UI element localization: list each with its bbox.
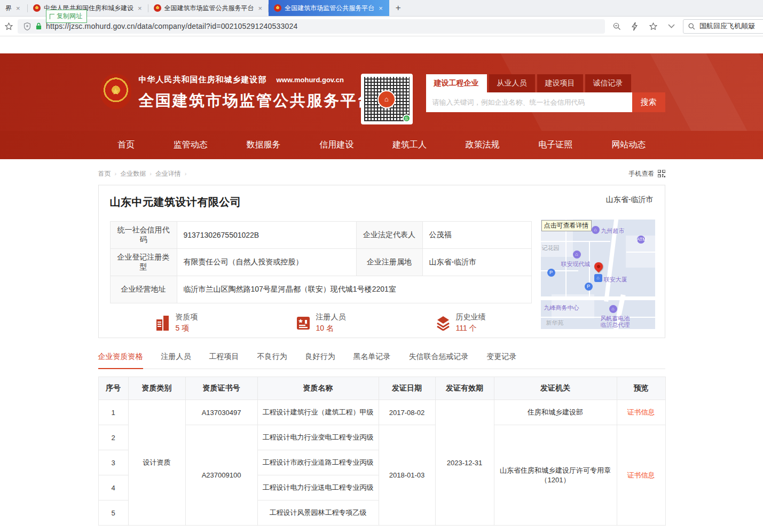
breadcrumb: 首页 › 企业数据 › 企业详情 › 手机查看 (98, 168, 665, 179)
map-label-business-center: 九峰商务中心 (544, 304, 579, 312)
field-label: 企业经营地址 (110, 276, 177, 303)
url-bar[interactable]: https://jzsc.mohurd.gov.cn/data/company/… (18, 19, 605, 34)
company-card: 山东中元建筑设计有限公司 山东省-临沂市 统一社会信用代码 9137130267… (98, 185, 665, 338)
search-tab-project[interactable]: 建设项目 (537, 74, 583, 92)
copy-url-tooltip: 复制网址 (46, 10, 87, 23)
breadcrumb-home[interactable]: 首页 (98, 169, 111, 178)
stat-label: 注册人员 (316, 312, 346, 322)
search-tab-credit[interactable]: 诚信记录 (585, 74, 631, 92)
cell-authority: 住房和城乡建设部 (494, 400, 617, 425)
nav-item-workers[interactable]: 建筑工人 (392, 139, 427, 151)
page-top-gap (0, 36, 763, 53)
qr-code-icon (658, 170, 665, 177)
tab-blacklist[interactable]: 黑名单记录 (353, 352, 391, 369)
tab-registered-personnel[interactable]: 注册人员 (161, 352, 191, 369)
tab-change-records[interactable]: 变更记录 (487, 352, 517, 369)
quick-search-box[interactable]: 国航回应飞机颠簸 (683, 19, 763, 34)
close-icon[interactable]: × (377, 4, 384, 12)
browser-tab-strip: 界 × 中华人民共和国住房和城乡建设 × 全国建筑市场监管公共服务平台 × 全国… (0, 0, 763, 17)
header-search-input[interactable] (426, 92, 632, 112)
table-row: 1 设计资质 A137030497 工程设计建筑行业（建筑工程）甲级 2017-… (98, 400, 665, 425)
map-label-battery-line2: 临沂总代理 (601, 321, 630, 329)
stat-registered-personnel[interactable]: 注册人员 10 名 (296, 312, 436, 333)
tab-good-behavior[interactable]: 良好行为 (305, 352, 335, 369)
mobile-view-link[interactable]: 手机查看 (629, 169, 665, 178)
qr-center-logo-icon: ⌂ (377, 90, 396, 108)
breadcrumb-company-data[interactable]: 企业数据 (120, 169, 146, 178)
tab-projects[interactable]: 工程项目 (209, 352, 239, 369)
tab-bad-behavior[interactable]: 不良行为 (257, 352, 287, 369)
browser-tab-jzsc[interactable]: 全国建筑市场监管公共服务平台 × (148, 0, 269, 16)
cell-seq: 4 (98, 475, 128, 500)
cell-seq: 2 (98, 425, 128, 450)
tab-dishonesty[interactable]: 失信联合惩戒记录 (409, 352, 469, 369)
browser-tab-active[interactable]: 全国建筑市场监管公共服务平台 × (269, 0, 389, 16)
field-label: 统一社会信用代码 (110, 222, 177, 249)
building-icon (156, 315, 170, 331)
url-text[interactable]: https://jzsc.mohurd.gov.cn/data/company/… (46, 22, 297, 30)
close-icon[interactable]: × (257, 4, 264, 12)
certificate-info-link[interactable]: 证书信息 (627, 471, 655, 479)
search-tab-personnel[interactable]: 从业人员 (489, 74, 535, 92)
building-pin-icon: ⌂ (573, 251, 581, 259)
close-icon[interactable]: × (137, 4, 143, 12)
site-qr-code: ⌂ S (361, 74, 413, 124)
col-issue-date: 发证日期 (379, 377, 435, 400)
cell-name: 工程设计风景园林工程专项乙级 (257, 500, 379, 526)
nav-item-policy[interactable]: 政策法规 (466, 139, 500, 151)
nav-item-site-news[interactable]: 网站动态 (611, 139, 646, 151)
stat-value: 5 项 (176, 324, 198, 333)
shield-icon[interactable] (23, 20, 32, 33)
field-label: 企业注册属地 (356, 249, 422, 276)
company-info-table: 统一社会信用代码 91371302675501022B 企业法定代表人 公茂福 … (110, 221, 532, 303)
zoom-out-icon[interactable] (610, 20, 623, 33)
chevron-right-icon: › (150, 170, 152, 177)
col-name: 资质名称 (257, 377, 379, 400)
certificate-icon (296, 316, 311, 331)
new-tab-button[interactable]: + (389, 0, 407, 16)
col-validity: 发证有效期 (435, 377, 494, 400)
stat-qualifications[interactable]: 资质项 5 项 (156, 312, 296, 333)
browser-tab-partial[interactable]: 界 × (0, 0, 28, 16)
tab-title: 全国建筑市场监管公共服务平台 (285, 4, 374, 13)
cell-issue-date: 2018-01-03 (379, 425, 435, 526)
nav-item-data-service[interactable]: 数据服务 (246, 139, 280, 151)
cell-seq: 3 (98, 450, 128, 475)
wechat-icon: S (403, 114, 411, 122)
chevron-down-icon[interactable] (665, 20, 678, 33)
lightning-icon[interactable] (628, 20, 641, 33)
tab-title: 全国建筑市场监管公共服务平台 (164, 4, 254, 13)
battery-pin-icon: ⌂ (609, 305, 617, 313)
table-header-row: 序号 资质类别 资质证书号 资质名称 发证日期 发证有效期 发证机关 预览 (98, 377, 665, 400)
browser-toolbar: https://jzsc.mohurd.gov.cn/data/company/… (0, 17, 763, 36)
nav-item-e-license[interactable]: 电子证照 (538, 139, 572, 151)
map-label-xinhuayuan: 新华苑 (546, 319, 564, 327)
close-icon[interactable]: × (15, 4, 21, 12)
favorite-star-icon[interactable] (647, 20, 659, 33)
nav-item-credit[interactable]: 信用建设 (319, 139, 353, 151)
tab-qualifications[interactable]: 企业资质资格 (98, 352, 143, 369)
field-value-address: 临沂市兰山区陶然路107号星河晶都（联安）现代城1号楼2201室 (177, 276, 531, 303)
certificate-info-link[interactable]: 证书信息 (627, 408, 655, 416)
map-tooltip: 点击可查看详情 (541, 220, 592, 231)
tab-title: 界 (5, 4, 12, 13)
parking-icon: P (547, 269, 555, 277)
ministry-url: www.mohurd.gov.cn (277, 76, 344, 84)
cell-authority: 山东省住房和城乡建设厅许可专用章（1201） (494, 425, 617, 526)
shop-pin-icon: ⌂ (592, 226, 600, 234)
nav-item-supervision[interactable]: 监管动态 (174, 139, 208, 151)
bookmark-star-icon[interactable] (4, 20, 13, 33)
site-title: 全国建筑市场监管公共服务平台 (139, 90, 374, 112)
company-location-map[interactable]: ⌂ 九州超市 ATM 记花园 ⌂ 联安现代城 ⌂ 联安大厦 P P 九峰商务中心… (541, 220, 655, 329)
search-button[interactable]: 搜索 (632, 92, 665, 112)
nav-item-home[interactable]: 首页 (117, 139, 135, 151)
national-emblem-icon: ★ (100, 74, 131, 109)
tower-icon: ⌂ (594, 274, 602, 282)
search-tab-enterprise[interactable]: 建设工程企业 (426, 74, 487, 92)
breadcrumb-company-detail[interactable]: 企业详情 (155, 169, 181, 178)
atm-icon: ATM (637, 236, 645, 244)
col-seq: 序号 (98, 377, 128, 400)
cell-name: 工程设计市政行业道路工程专业丙级 (257, 450, 379, 475)
field-label: 企业法定代表人 (356, 222, 422, 249)
map-road (541, 296, 655, 300)
